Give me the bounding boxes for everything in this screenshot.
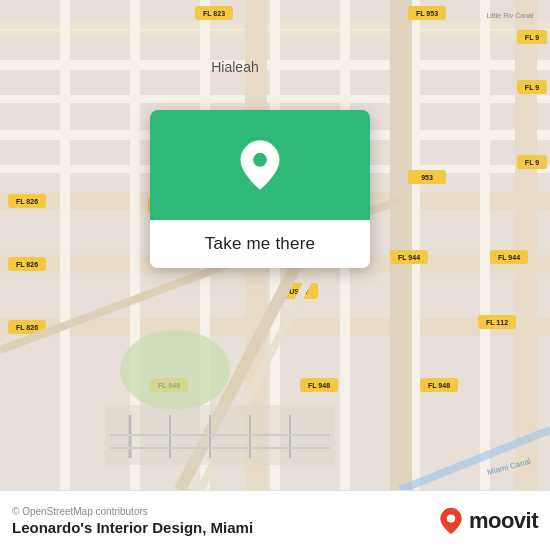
svg-rect-16: [60, 0, 70, 490]
svg-point-71: [447, 514, 455, 522]
svg-text:FL 9: FL 9: [525, 34, 539, 41]
svg-text:FL 948: FL 948: [308, 382, 330, 389]
copyright-text: © OpenStreetMap contributors: [12, 506, 253, 517]
svg-text:FL 944: FL 944: [398, 254, 420, 261]
location-popup: Take me there: [150, 110, 370, 268]
svg-text:FL 9: FL 9: [525, 159, 539, 166]
svg-text:953: 953: [421, 174, 433, 181]
bottom-bar: © OpenStreetMap contributors Leonardo's …: [0, 490, 550, 550]
svg-text:FL 953: FL 953: [416, 10, 438, 17]
svg-text:Little Riv   Canal: Little Riv Canal: [486, 12, 534, 19]
svg-text:FL 823: FL 823: [203, 10, 225, 17]
moovit-icon: [437, 507, 465, 535]
svg-text:FL 944: FL 944: [498, 254, 520, 261]
svg-rect-25: [515, 0, 537, 490]
popup-header: [150, 110, 370, 220]
svg-text:Hialeah: Hialeah: [211, 59, 258, 75]
svg-rect-22: [480, 0, 490, 490]
svg-point-70: [253, 153, 267, 167]
map-area: FL 826 FL 826 FL 826 FL 9 FL 9 FL 9 US 2…: [0, 0, 550, 490]
svg-text:FL 826: FL 826: [16, 198, 38, 205]
svg-text:FL 112: FL 112: [486, 319, 508, 326]
svg-text:FL 9: FL 9: [525, 84, 539, 91]
location-name: Leonardo's Interior Design, Miami: [12, 519, 253, 536]
svg-text:FL 826: FL 826: [16, 324, 38, 331]
take-me-there-button[interactable]: Take me there: [150, 220, 370, 268]
moovit-text: moovit: [469, 508, 538, 534]
svg-rect-24: [390, 0, 412, 490]
svg-text:FL 826: FL 826: [16, 261, 38, 268]
svg-text:FL 948: FL 948: [428, 382, 450, 389]
moovit-logo: moovit: [437, 507, 538, 535]
location-pin-icon: [234, 139, 286, 191]
bottom-info: © OpenStreetMap contributors Leonardo's …: [12, 506, 253, 536]
svg-point-61: [120, 330, 230, 410]
